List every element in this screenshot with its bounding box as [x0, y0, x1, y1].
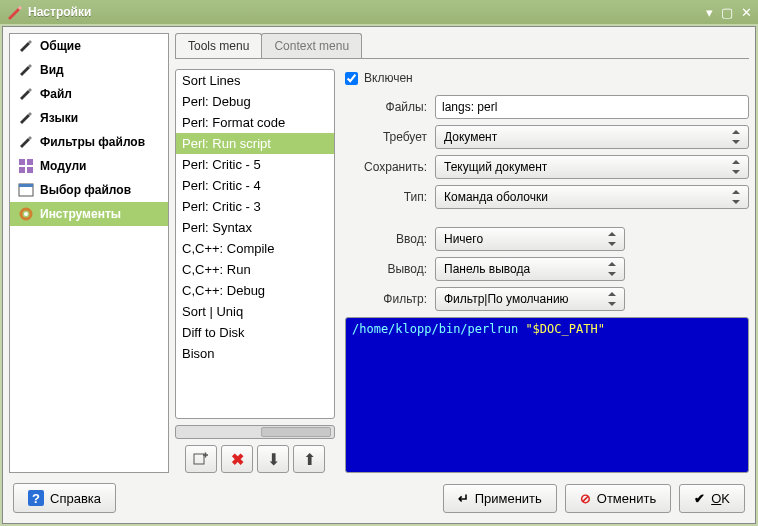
files-label: Файлы:: [345, 100, 427, 114]
maximize-icon[interactable]: ▢: [721, 5, 733, 20]
sidebar-item-label: Вид: [40, 63, 64, 77]
pencil-icon: [18, 62, 34, 78]
filter-select[interactable]: Фильтр|По умолчанию: [435, 287, 625, 311]
sidebar-item-label: Выбор файлов: [40, 183, 131, 197]
modules-icon: [18, 158, 34, 174]
type-label: Тип:: [345, 190, 427, 204]
pencil-icon: [18, 38, 34, 54]
svg-rect-1: [27, 159, 33, 165]
sidebar-item-1[interactable]: Вид: [10, 58, 168, 82]
tool-item[interactable]: C,C++: Compile: [176, 238, 334, 259]
arrow-down-icon: ⬇: [267, 450, 280, 469]
pencil-icon: [18, 110, 34, 126]
save-label: Сохранить:: [345, 160, 427, 174]
tool-item[interactable]: Perl: Critic - 3: [176, 196, 334, 217]
svg-rect-0: [19, 159, 25, 165]
requires-label: Требует: [345, 130, 427, 144]
sidebar-item-4[interactable]: Фильтры файлов: [10, 130, 168, 154]
svg-rect-8: [194, 454, 204, 464]
move-down-button[interactable]: ⬇: [257, 445, 289, 473]
save-select[interactable]: Текущий документ: [435, 155, 749, 179]
tools-list[interactable]: Sort LinesPerl: DebugPerl: Format codePe…: [175, 69, 335, 419]
input-label: Ввод:: [345, 232, 427, 246]
sidebar-item-label: Инструменты: [40, 207, 121, 221]
close-icon[interactable]: ✕: [741, 5, 752, 20]
gear-icon: [18, 206, 34, 222]
tab-1[interactable]: Context menu: [261, 33, 362, 58]
add-icon: [193, 451, 209, 467]
requires-select[interactable]: Документ: [435, 125, 749, 149]
titlebar: Настройки ▾ ▢ ✕: [0, 0, 758, 24]
tab-0[interactable]: Tools menu: [175, 33, 262, 58]
cancel-button[interactable]: ⊘ Отменить: [565, 484, 671, 513]
tabs: Tools menuContext menu: [175, 33, 749, 59]
add-tool-button[interactable]: [185, 445, 217, 473]
svg-rect-2: [19, 167, 25, 173]
tool-item[interactable]: C,C++: Debug: [176, 280, 334, 301]
filesel-icon: [18, 182, 34, 198]
help-icon: ?: [28, 490, 44, 506]
pencil-icon: [18, 134, 34, 150]
tool-item[interactable]: Perl: Format code: [176, 112, 334, 133]
sidebar-item-7[interactable]: Инструменты: [10, 202, 168, 226]
sidebar-item-label: Файл: [40, 87, 72, 101]
tool-item[interactable]: Diff to Disk: [176, 322, 334, 343]
tool-item[interactable]: Sort Lines: [176, 70, 334, 91]
window-title: Настройки: [28, 5, 91, 19]
sidebar-item-0[interactable]: Общие: [10, 34, 168, 58]
type-select[interactable]: Команда оболочки: [435, 185, 749, 209]
output-select[interactable]: Панель вывода: [435, 257, 625, 281]
input-select[interactable]: Ничего: [435, 227, 625, 251]
enabled-label: Включен: [364, 71, 413, 85]
sidebar-item-label: Общие: [40, 39, 81, 53]
files-input[interactable]: [435, 95, 749, 119]
enabled-checkbox[interactable]: [345, 72, 358, 85]
tool-item[interactable]: C,C++: Run: [176, 259, 334, 280]
help-button[interactable]: ? Справка: [13, 483, 116, 513]
output-label: Вывод:: [345, 262, 427, 276]
tool-item[interactable]: Bison: [176, 343, 334, 364]
sidebar-item-3[interactable]: Языки: [10, 106, 168, 130]
apply-button[interactable]: ↵ Применить: [443, 484, 557, 513]
delete-tool-button[interactable]: ✖: [221, 445, 253, 473]
app-icon: [6, 4, 22, 20]
svg-point-7: [24, 212, 28, 216]
pencil-icon: [18, 86, 34, 102]
command-textarea[interactable]: /home/klopp/bin/perlrun "$DOC_PATH": [345, 317, 749, 473]
filter-label: Фильтр:: [345, 292, 427, 306]
command-path-text: /home/klopp/bin/perlrun: [352, 322, 525, 336]
tool-item[interactable]: Perl: Run script: [176, 133, 334, 154]
cancel-icon: ⊘: [580, 491, 591, 506]
tool-item[interactable]: Perl: Syntax: [176, 217, 334, 238]
sidebar-item-label: Фильтры файлов: [40, 135, 145, 149]
sidebar-item-label: Языки: [40, 111, 78, 125]
sidebar-item-6[interactable]: Выбор файлов: [10, 178, 168, 202]
return-icon: ↵: [458, 491, 469, 506]
tool-item[interactable]: Perl: Critic - 4: [176, 175, 334, 196]
command-arg-text: "$DOC_PATH": [525, 322, 604, 336]
move-up-button[interactable]: ⬆: [293, 445, 325, 473]
horizontal-scrollbar[interactable]: [175, 425, 335, 439]
check-icon: ✔: [694, 491, 705, 506]
minimize-icon[interactable]: ▾: [706, 5, 713, 20]
tool-item[interactable]: Sort | Uniq: [176, 301, 334, 322]
tool-item[interactable]: Perl: Critic - 5: [176, 154, 334, 175]
sidebar: ОбщиеВидФайлЯзыкиФильтры файловМодулиВыб…: [9, 33, 169, 473]
sidebar-item-label: Модули: [40, 159, 86, 173]
tool-item[interactable]: Perl: Debug: [176, 91, 334, 112]
svg-rect-5: [19, 184, 33, 187]
delete-icon: ✖: [231, 450, 244, 469]
sidebar-item-5[interactable]: Модули: [10, 154, 168, 178]
arrow-up-icon: ⬆: [303, 450, 316, 469]
svg-rect-3: [27, 167, 33, 173]
ok-button[interactable]: ✔ OK: [679, 484, 745, 513]
sidebar-item-2[interactable]: Файл: [10, 82, 168, 106]
